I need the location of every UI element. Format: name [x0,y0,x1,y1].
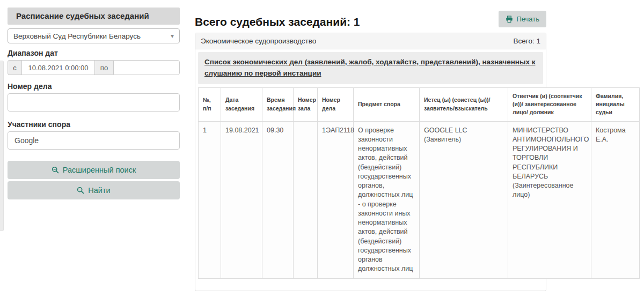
column-header-hearing-date: Дата заседания [221,87,262,121]
cell-number: 1 [199,121,221,278]
date-to-addon: по [95,60,113,75]
column-header-dispute-subject: Предмет спора [354,87,420,121]
left-edge-panel [0,61,4,231]
court-select[interactable]: Верховный Суд Республики Беларусь ▾ [8,28,180,43]
cell-hearing-time: 09.30 [262,121,294,278]
page: Расписание судебных заседаний Верховный … [0,0,644,304]
cell-plaintiff: GOOGLE LLC (Заявитель) [420,121,508,278]
case-list-link[interactable]: Список экономических дел (заявлений, жал… [204,58,536,77]
case-list-link-box: Список экономических дел (заявлений, жал… [198,52,543,84]
column-header-judge: Фамилия, инициалы судьи [591,87,640,121]
table-row: 1 19.08.2021 09.30 1ЭАП2118 О проверке з… [199,121,640,278]
printer-icon [506,16,513,23]
print-button[interactable]: Печать [499,11,546,27]
cell-case-number: 1ЭАП2118 [318,121,354,278]
cell-hall-number [294,121,318,278]
advanced-search-label: Расширенный поиск [63,166,136,174]
court-select-value: Верховный Суд Республики Беларусь [13,32,171,40]
column-header-case-number: Номер дела [318,87,354,121]
advanced-search-button[interactable]: Расширенный поиск [8,161,180,179]
proceedings-panel: Экономическое судопроизводство Всего: 1 … [195,33,546,291]
main-content: Печать Всего судебных заседаний: 1 Эконо… [195,11,546,291]
column-header-plaintiff: Истец (ы) (соистец (ы))/ заявитель/взыск… [420,87,508,121]
search-icon [77,187,84,194]
search-button[interactable]: Найти [8,181,180,199]
cell-hearing-date: 19.08.2021 [221,121,262,278]
date-range-label: Диапазон дат [8,49,180,57]
date-from-input[interactable] [21,60,95,75]
search-button-label: Найти [88,186,110,195]
column-header-defendant: Ответчик (и) (соответчик (и))/ заинтерес… [508,87,591,121]
date-range-group: с по [8,60,180,75]
panel-header: Экономическое судопроизводство Всего: 1 [195,33,546,49]
case-number-label: Номер дела [8,82,180,91]
date-from-addon: с [8,60,21,75]
participants-input[interactable] [8,131,180,150]
page-title: Всего судебных заседаний: 1 [195,16,546,28]
hearings-table: №, п/п Дата заседания Время заседания Но… [198,87,640,279]
table-header-row: №, п/п Дата заседания Время заседания Но… [199,87,640,121]
panel-title: Экономическое судопроизводство [201,37,316,45]
panel-total-badge: Всего: 1 [514,37,540,45]
date-to-input[interactable] [113,60,180,75]
column-header-number: №, п/п [199,87,221,121]
panel-body: Список экономических дел (заявлений, жал… [195,49,546,291]
column-header-hearing-time: Время заседания [262,87,294,121]
print-button-label: Печать [516,15,539,23]
chevron-down-icon: ▾ [171,33,174,39]
cell-judge: Кострома Е.А. [591,121,640,278]
sidebar-title: Расписание судебных заседаний [8,8,180,25]
column-header-hall-number: Номер зала [294,87,318,121]
participants-label: Участники спора [8,120,180,129]
cell-defendant: МИНИСТЕРСТВО АНТИМОНОПОЛЬНОГО РЕГУЛИРОВА… [508,121,591,278]
search-minus-icon [52,166,59,174]
sidebar: Расписание судебных заседаний Верховный … [8,8,180,199]
case-number-input[interactable] [8,93,180,112]
cell-dispute-subject: О проверке законности ненормативных акто… [354,121,420,278]
